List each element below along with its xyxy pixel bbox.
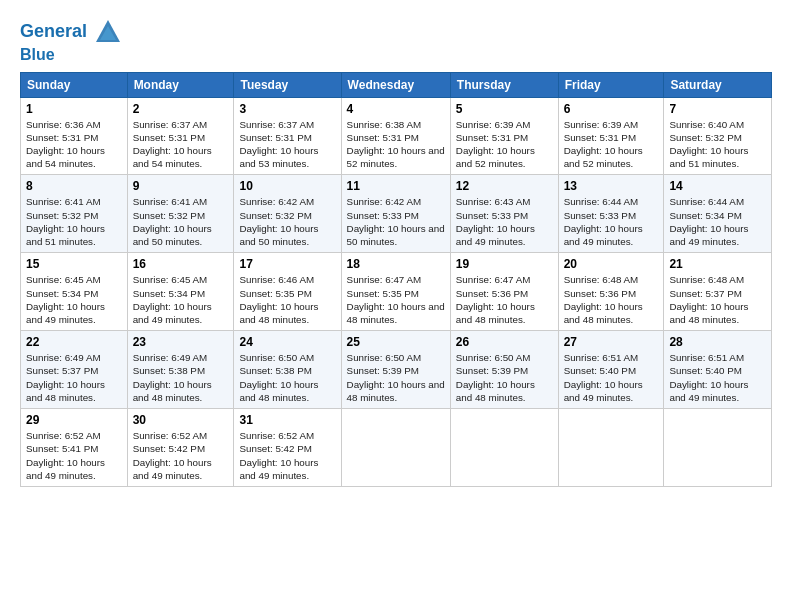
day-info: Sunrise: 6:47 AM Sunset: 5:36 PM Dayligh… xyxy=(456,273,553,326)
day-info: Sunrise: 6:46 AM Sunset: 5:35 PM Dayligh… xyxy=(239,273,335,326)
day-cell xyxy=(664,409,772,487)
day-number: 8 xyxy=(26,179,122,193)
day-info: Sunrise: 6:41 AM Sunset: 5:32 PM Dayligh… xyxy=(26,195,122,248)
day-info: Sunrise: 6:39 AM Sunset: 5:31 PM Dayligh… xyxy=(564,118,659,171)
day-cell: 6 Sunrise: 6:39 AM Sunset: 5:31 PM Dayli… xyxy=(558,97,664,175)
logo-text: General xyxy=(20,18,122,46)
day-cell: 28 Sunrise: 6:51 AM Sunset: 5:40 PM Dayl… xyxy=(664,331,772,409)
day-number: 15 xyxy=(26,257,122,271)
weekday-header-wednesday: Wednesday xyxy=(341,72,450,97)
day-info: Sunrise: 6:42 AM Sunset: 5:32 PM Dayligh… xyxy=(239,195,335,248)
day-info: Sunrise: 6:42 AM Sunset: 5:33 PM Dayligh… xyxy=(347,195,445,248)
day-cell: 18 Sunrise: 6:47 AM Sunset: 5:35 PM Dayl… xyxy=(341,253,450,331)
day-cell: 2 Sunrise: 6:37 AM Sunset: 5:31 PM Dayli… xyxy=(127,97,234,175)
day-number: 25 xyxy=(347,335,445,349)
weekday-header-saturday: Saturday xyxy=(664,72,772,97)
day-number: 27 xyxy=(564,335,659,349)
day-info: Sunrise: 6:51 AM Sunset: 5:40 PM Dayligh… xyxy=(564,351,659,404)
logo: General Blue xyxy=(20,18,122,64)
day-number: 13 xyxy=(564,179,659,193)
day-info: Sunrise: 6:39 AM Sunset: 5:31 PM Dayligh… xyxy=(456,118,553,171)
day-number: 12 xyxy=(456,179,553,193)
day-cell xyxy=(341,409,450,487)
day-info: Sunrise: 6:48 AM Sunset: 5:37 PM Dayligh… xyxy=(669,273,766,326)
week-row-1: 1 Sunrise: 6:36 AM Sunset: 5:31 PM Dayli… xyxy=(21,97,772,175)
day-cell: 21 Sunrise: 6:48 AM Sunset: 5:37 PM Dayl… xyxy=(664,253,772,331)
day-info: Sunrise: 6:49 AM Sunset: 5:37 PM Dayligh… xyxy=(26,351,122,404)
day-info: Sunrise: 6:52 AM Sunset: 5:42 PM Dayligh… xyxy=(239,429,335,482)
day-number: 4 xyxy=(347,102,445,116)
day-number: 5 xyxy=(456,102,553,116)
day-number: 28 xyxy=(669,335,766,349)
day-number: 22 xyxy=(26,335,122,349)
day-number: 19 xyxy=(456,257,553,271)
week-row-5: 29 Sunrise: 6:52 AM Sunset: 5:41 PM Dayl… xyxy=(21,409,772,487)
day-cell: 27 Sunrise: 6:51 AM Sunset: 5:40 PM Dayl… xyxy=(558,331,664,409)
week-row-2: 8 Sunrise: 6:41 AM Sunset: 5:32 PM Dayli… xyxy=(21,175,772,253)
day-cell: 17 Sunrise: 6:46 AM Sunset: 5:35 PM Dayl… xyxy=(234,253,341,331)
day-cell: 23 Sunrise: 6:49 AM Sunset: 5:38 PM Dayl… xyxy=(127,331,234,409)
day-cell: 14 Sunrise: 6:44 AM Sunset: 5:34 PM Dayl… xyxy=(664,175,772,253)
day-cell: 20 Sunrise: 6:48 AM Sunset: 5:36 PM Dayl… xyxy=(558,253,664,331)
day-info: Sunrise: 6:51 AM Sunset: 5:40 PM Dayligh… xyxy=(669,351,766,404)
day-cell xyxy=(558,409,664,487)
day-info: Sunrise: 6:47 AM Sunset: 5:35 PM Dayligh… xyxy=(347,273,445,326)
weekday-header-friday: Friday xyxy=(558,72,664,97)
week-row-4: 22 Sunrise: 6:49 AM Sunset: 5:37 PM Dayl… xyxy=(21,331,772,409)
day-cell xyxy=(450,409,558,487)
week-row-3: 15 Sunrise: 6:45 AM Sunset: 5:34 PM Dayl… xyxy=(21,253,772,331)
day-cell: 31 Sunrise: 6:52 AM Sunset: 5:42 PM Dayl… xyxy=(234,409,341,487)
weekday-header-monday: Monday xyxy=(127,72,234,97)
day-number: 11 xyxy=(347,179,445,193)
day-info: Sunrise: 6:49 AM Sunset: 5:38 PM Dayligh… xyxy=(133,351,229,404)
day-info: Sunrise: 6:36 AM Sunset: 5:31 PM Dayligh… xyxy=(26,118,122,171)
weekday-header-sunday: Sunday xyxy=(21,72,128,97)
day-number: 24 xyxy=(239,335,335,349)
day-number: 14 xyxy=(669,179,766,193)
day-info: Sunrise: 6:45 AM Sunset: 5:34 PM Dayligh… xyxy=(133,273,229,326)
day-cell: 11 Sunrise: 6:42 AM Sunset: 5:33 PM Dayl… xyxy=(341,175,450,253)
day-cell: 8 Sunrise: 6:41 AM Sunset: 5:32 PM Dayli… xyxy=(21,175,128,253)
day-info: Sunrise: 6:52 AM Sunset: 5:41 PM Dayligh… xyxy=(26,429,122,482)
day-info: Sunrise: 6:50 AM Sunset: 5:38 PM Dayligh… xyxy=(239,351,335,404)
weekday-header-tuesday: Tuesday xyxy=(234,72,341,97)
day-cell: 22 Sunrise: 6:49 AM Sunset: 5:37 PM Dayl… xyxy=(21,331,128,409)
calendar-body: 1 Sunrise: 6:36 AM Sunset: 5:31 PM Dayli… xyxy=(21,97,772,486)
day-number: 31 xyxy=(239,413,335,427)
day-info: Sunrise: 6:43 AM Sunset: 5:33 PM Dayligh… xyxy=(456,195,553,248)
calendar-table: SundayMondayTuesdayWednesdayThursdayFrid… xyxy=(20,72,772,487)
day-number: 21 xyxy=(669,257,766,271)
day-number: 30 xyxy=(133,413,229,427)
day-number: 9 xyxy=(133,179,229,193)
day-number: 23 xyxy=(133,335,229,349)
weekday-header-row: SundayMondayTuesdayWednesdayThursdayFrid… xyxy=(21,72,772,97)
day-number: 6 xyxy=(564,102,659,116)
day-cell: 3 Sunrise: 6:37 AM Sunset: 5:31 PM Dayli… xyxy=(234,97,341,175)
day-cell: 12 Sunrise: 6:43 AM Sunset: 5:33 PM Dayl… xyxy=(450,175,558,253)
day-number: 18 xyxy=(347,257,445,271)
logo-line2: Blue xyxy=(20,46,122,64)
day-number: 10 xyxy=(239,179,335,193)
day-cell: 1 Sunrise: 6:36 AM Sunset: 5:31 PM Dayli… xyxy=(21,97,128,175)
day-info: Sunrise: 6:37 AM Sunset: 5:31 PM Dayligh… xyxy=(133,118,229,171)
day-info: Sunrise: 6:44 AM Sunset: 5:34 PM Dayligh… xyxy=(669,195,766,248)
day-info: Sunrise: 6:38 AM Sunset: 5:31 PM Dayligh… xyxy=(347,118,445,171)
day-number: 17 xyxy=(239,257,335,271)
day-number: 20 xyxy=(564,257,659,271)
day-info: Sunrise: 6:52 AM Sunset: 5:42 PM Dayligh… xyxy=(133,429,229,482)
day-cell: 26 Sunrise: 6:50 AM Sunset: 5:39 PM Dayl… xyxy=(450,331,558,409)
day-info: Sunrise: 6:37 AM Sunset: 5:31 PM Dayligh… xyxy=(239,118,335,171)
day-number: 2 xyxy=(133,102,229,116)
day-cell: 10 Sunrise: 6:42 AM Sunset: 5:32 PM Dayl… xyxy=(234,175,341,253)
day-cell: 13 Sunrise: 6:44 AM Sunset: 5:33 PM Dayl… xyxy=(558,175,664,253)
day-cell: 25 Sunrise: 6:50 AM Sunset: 5:39 PM Dayl… xyxy=(341,331,450,409)
day-number: 16 xyxy=(133,257,229,271)
day-number: 7 xyxy=(669,102,766,116)
day-cell: 5 Sunrise: 6:39 AM Sunset: 5:31 PM Dayli… xyxy=(450,97,558,175)
header: General Blue xyxy=(20,18,772,64)
day-info: Sunrise: 6:44 AM Sunset: 5:33 PM Dayligh… xyxy=(564,195,659,248)
day-info: Sunrise: 6:50 AM Sunset: 5:39 PM Dayligh… xyxy=(347,351,445,404)
day-number: 3 xyxy=(239,102,335,116)
day-cell: 29 Sunrise: 6:52 AM Sunset: 5:41 PM Dayl… xyxy=(21,409,128,487)
day-cell: 16 Sunrise: 6:45 AM Sunset: 5:34 PM Dayl… xyxy=(127,253,234,331)
